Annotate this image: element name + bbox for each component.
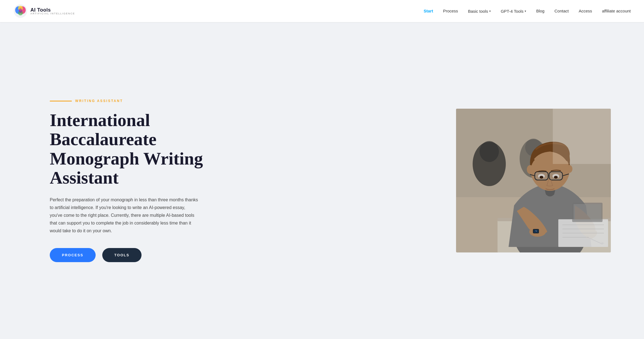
nav-links: Start Process Basic tools ▾ GPT-4 Tools … bbox=[424, 9, 631, 14]
logo-link[interactable]: AI Tools ARTIFICIAL INTELLIGENCE bbox=[13, 4, 75, 18]
svg-point-5 bbox=[19, 8, 22, 13]
nav-link-access[interactable]: Access bbox=[579, 9, 592, 13]
chevron-down-icon-2: ▾ bbox=[525, 9, 526, 13]
hero-image bbox=[456, 109, 611, 252]
logo-title: AI Tools bbox=[30, 7, 75, 12]
nav-link-basic-tools[interactable]: Basic tools ▾ bbox=[468, 9, 491, 14]
nav-link-start[interactable]: Start bbox=[424, 9, 433, 13]
nav-item-access[interactable]: Access bbox=[579, 9, 592, 14]
nav-item-gpt4-tools[interactable]: GPT-4 Tools ▾ bbox=[501, 9, 526, 14]
hero-description: Perfect the preparation of your monograp… bbox=[50, 196, 199, 235]
svg-rect-47 bbox=[553, 109, 611, 164]
chevron-down-icon: ▾ bbox=[489, 9, 491, 13]
nav-item-affiliate[interactable]: affiliate account bbox=[602, 9, 631, 14]
logo-subtitle: ARTIFICIAL INTELLIGENCE bbox=[30, 12, 75, 15]
nav-link-affiliate[interactable]: affiliate account bbox=[602, 9, 631, 13]
nav-item-contact[interactable]: Contact bbox=[554, 9, 569, 14]
navbar: AI Tools ARTIFICIAL INTELLIGENCE Start P… bbox=[0, 0, 644, 22]
hero-badge: WRITING ASSISTANT bbox=[50, 99, 221, 103]
tools-button[interactable]: TOOLS bbox=[102, 248, 142, 262]
hero-section: WRITING ASSISTANT International Baccalau… bbox=[0, 22, 644, 339]
nav-link-contact[interactable]: Contact bbox=[554, 9, 569, 13]
hero-image-area bbox=[456, 109, 611, 252]
nav-item-process[interactable]: Process bbox=[443, 9, 458, 14]
hero-buttons: PROCESS TOOLS bbox=[50, 248, 221, 262]
nav-link-gpt4-tools[interactable]: GPT-4 Tools ▾ bbox=[501, 9, 526, 14]
nav-item-basic-tools[interactable]: Basic tools ▾ bbox=[468, 9, 491, 14]
nav-link-blog[interactable]: Blog bbox=[536, 9, 544, 13]
nav-item-blog[interactable]: Blog bbox=[536, 9, 544, 14]
hero-title: International Baccalaureate Monograph Wr… bbox=[50, 111, 221, 187]
logo-icon bbox=[13, 4, 28, 18]
nav-link-process[interactable]: Process bbox=[443, 9, 458, 13]
process-button[interactable]: PROCESS bbox=[50, 248, 96, 262]
hero-content: WRITING ASSISTANT International Baccalau… bbox=[50, 99, 221, 262]
badge-text: WRITING ASSISTANT bbox=[75, 99, 123, 103]
nav-item-start[interactable]: Start bbox=[424, 9, 433, 14]
badge-line bbox=[50, 101, 72, 101]
hero-image-container bbox=[456, 109, 611, 252]
